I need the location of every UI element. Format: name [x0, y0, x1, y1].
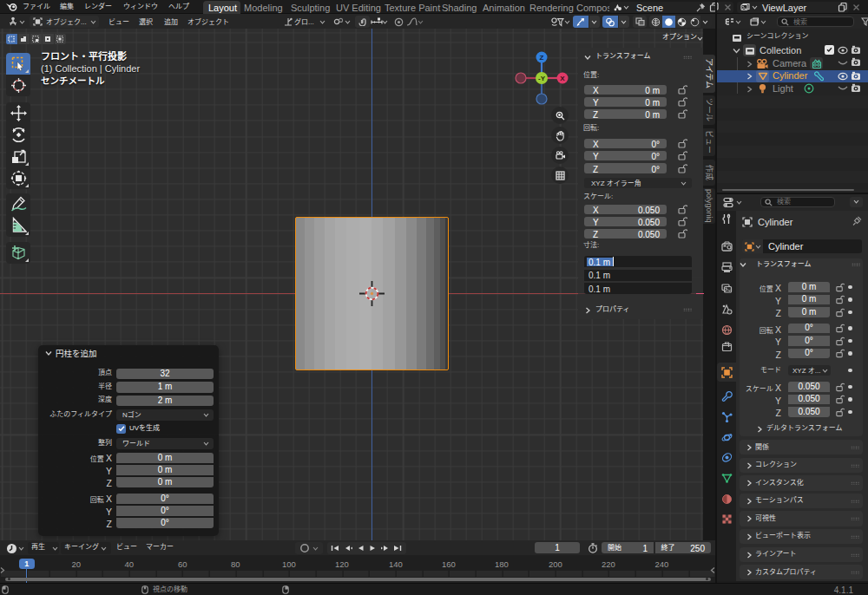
svg-text:-Y: -Y: [538, 75, 546, 82]
svg-text:Z: Z: [540, 54, 544, 62]
svg-text:X: X: [560, 75, 565, 82]
